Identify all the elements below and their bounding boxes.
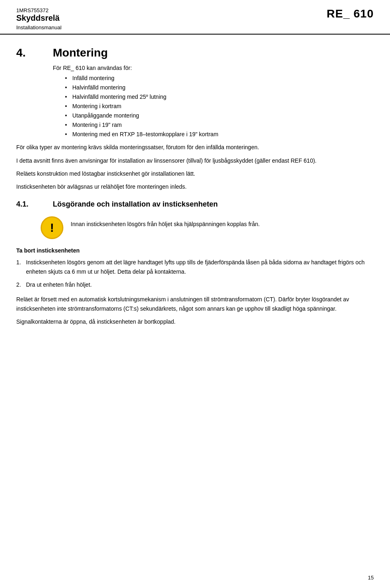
- section4-heading: 4. Montering: [16, 47, 374, 59]
- section41-number: 4.1.: [16, 200, 53, 209]
- section4-number: 4.: [16, 47, 53, 59]
- ta-bort-label: Ta bort insticksenheten: [16, 247, 374, 254]
- section4-intro-text: För RE_ 610 kan användas för:: [53, 63, 132, 72]
- list-item: 1. Insticksenheten lösgörs genom att det…: [16, 258, 374, 276]
- list-item: Montering med en RTXP 18–testomkopplare …: [65, 130, 374, 139]
- page-number: 15: [368, 575, 374, 581]
- section4-para3: Reläets konstruktion med löstagbar insti…: [16, 169, 374, 178]
- warning-icon: !: [41, 216, 63, 239]
- doc-number: 1MRS755372: [16, 7, 61, 13]
- manual-subtitle: Installationsmanual: [16, 24, 61, 30]
- list-item: Utanpåliggande montering: [65, 111, 374, 120]
- section41-heading: 4.1. Lösgörande och installation av inst…: [16, 200, 374, 209]
- numbered-steps-list: 1. Insticksenheten lösgörs genom att det…: [16, 258, 374, 289]
- para-relaet: Reläet är försett med en automatisk kort…: [16, 295, 374, 313]
- list-item: Halvinfälld montering: [65, 83, 374, 92]
- product-code: RE_ 610: [327, 7, 374, 20]
- section4-para2: I detta avsnitt finns även anvisningar f…: [16, 156, 374, 165]
- section4-bullet-list: Infälld montering Halvinfälld montering …: [65, 74, 374, 139]
- warning-box: ! Innan insticksenheten lösgörs från höl…: [16, 216, 374, 239]
- step-number: 1.: [16, 258, 26, 267]
- step-number: 2.: [16, 280, 26, 289]
- list-item: Halvinfälld montering med 25º lutning: [65, 93, 374, 101]
- list-item: Montering i kortram: [65, 102, 374, 111]
- step-text: Dra ut enheten från höljet.: [26, 280, 374, 289]
- header-left: 1MRS755372 Skyddsrelä Installationsmanua…: [16, 7, 61, 30]
- page: 1MRS755372 Skyddsrelä Installationsmanua…: [0, 0, 390, 588]
- section4-para1: För olika typer av montering krävs skild…: [16, 143, 374, 152]
- page-footer: 15: [368, 575, 374, 581]
- product-title: Skyddsrelä: [16, 13, 61, 23]
- section4-num-placeholder: [16, 63, 53, 72]
- page-header: 1MRS755372 Skyddsrelä Installationsmanua…: [0, 0, 390, 35]
- list-item: Infälld montering: [65, 74, 374, 83]
- warning-text: Innan insticksenheten lösgörs från hölje…: [71, 216, 374, 229]
- section4-intro-row: För RE_ 610 kan användas för:: [16, 63, 374, 72]
- list-item: Montering i 19" ram: [65, 121, 374, 129]
- section41-title: Lösgörande och installation av instickse…: [53, 200, 218, 209]
- para-signal: Signalkontakterna är öppna, då instickse…: [16, 317, 374, 326]
- list-item: 2. Dra ut enheten från höljet.: [16, 280, 374, 289]
- content-area: 4. Montering För RE_ 610 kan användas fö…: [0, 35, 390, 342]
- section4-para4: Insticksenheten bör avlägsnas ur relähöl…: [16, 182, 374, 191]
- section4-title: Montering: [53, 47, 108, 59]
- step-text: Insticksenheten lösgörs genom att det lä…: [26, 258, 374, 276]
